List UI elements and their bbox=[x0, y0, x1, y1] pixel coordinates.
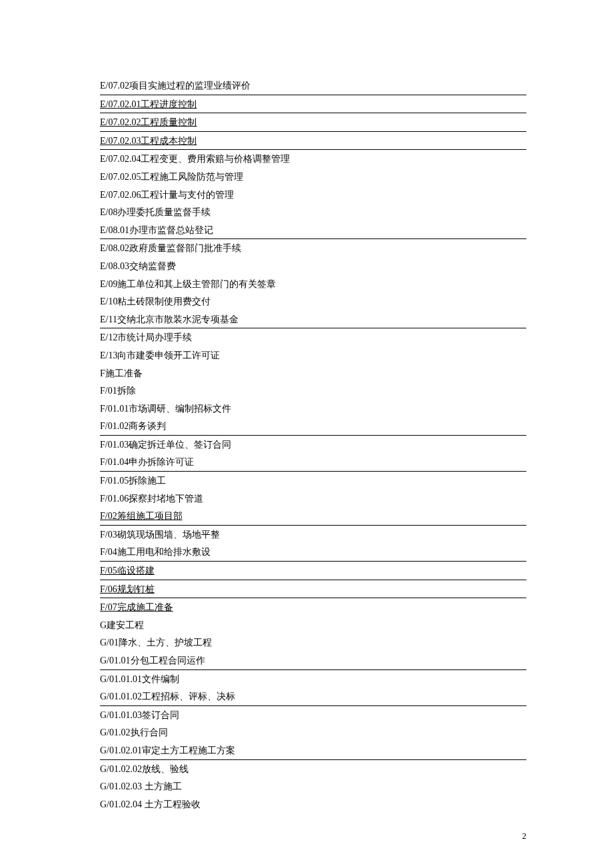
line-text: F/03砌筑现场围墙、场地平整 bbox=[100, 530, 220, 540]
document-line: F/04施工用电和给排水敷设 bbox=[100, 543, 526, 562]
line-text: E/08办理委托质量监督手续 bbox=[100, 207, 211, 217]
document-line: F/01拆除 bbox=[100, 382, 526, 400]
document-line: E/13向市建委申领开工许可证 bbox=[100, 346, 526, 364]
document-line: E/11交纳北京市散装水泥专项基金 bbox=[100, 310, 526, 329]
line-text: F/01拆除 bbox=[100, 386, 136, 396]
document-line: G/01.01.03签订合同 bbox=[100, 706, 526, 724]
line-text: G/01.02执行合同 bbox=[100, 727, 168, 737]
document-line: G/01.02.01审定土方工程施工方案 bbox=[100, 741, 526, 760]
document-line: G建安工程 bbox=[100, 616, 526, 634]
document-line: F/01.06探察封堵地下管道 bbox=[100, 490, 526, 508]
document-line: G/01.02.02放线、验线 bbox=[100, 760, 526, 778]
document-line: F/03砌筑现场围墙、场地平整 bbox=[100, 526, 526, 544]
line-text: E/07.02.02工程质量控制 bbox=[100, 117, 197, 127]
document-line: E/07.02.05工程施工风险防范与管理 bbox=[100, 168, 526, 186]
line-text: G/01.01.02工程招标、评标、决标 bbox=[100, 691, 235, 701]
document-line: E/07.02.02工程质量控制 bbox=[100, 113, 526, 132]
line-text: F/02筹组施工项目部 bbox=[100, 511, 183, 521]
document-line: G/01.01.01文件编制 bbox=[100, 670, 526, 688]
document-line: E/12市统计局办理手续 bbox=[100, 328, 526, 346]
line-text: E/13向市建委申领开工许可证 bbox=[100, 350, 220, 360]
line-text: E/08.02政府质量监督部门批准手续 bbox=[100, 243, 241, 253]
line-text: G/01.02.04 土方工程验收 bbox=[100, 799, 201, 809]
line-text: E/09施工单位和其上级主管部门的有关签章 bbox=[100, 279, 276, 289]
line-text: G建安工程 bbox=[100, 620, 144, 630]
line-text: E/11交纳北京市散装水泥专项基金 bbox=[100, 314, 239, 324]
line-text: F/07完成施工准备 bbox=[100, 602, 173, 612]
line-text: F/01.02商务谈判 bbox=[100, 421, 166, 431]
document-line: E/07.02.04工程变更、费用索赔与价格调整管理 bbox=[100, 150, 526, 168]
document-line: F/01.01市场调研、编制招标文件 bbox=[100, 400, 526, 418]
line-text: G/01.01.01文件编制 bbox=[100, 674, 179, 684]
line-text: F施工准备 bbox=[100, 368, 143, 378]
line-text: F/05临设搭建 bbox=[100, 566, 155, 576]
document-line: E/08办理委托质量监督手续 bbox=[100, 203, 526, 221]
document-line: F/07完成施工准备 bbox=[100, 598, 526, 616]
document-line: G/01.01.02工程招标、评标、决标 bbox=[100, 687, 526, 706]
document-line: F/02筹组施工项目部 bbox=[100, 507, 526, 526]
line-text: G/01.01分包工程合同运作 bbox=[100, 655, 205, 665]
line-text: F/04施工用电和给排水敷设 bbox=[100, 547, 211, 557]
line-text: E/07.02.04工程变更、费用索赔与价格调整管理 bbox=[100, 154, 290, 164]
line-text: E/07.02项目实施过程的监理业绩评价 bbox=[100, 81, 251, 91]
document-line: F/01.04申办拆除许可证 bbox=[100, 453, 526, 472]
line-text: G/01.02.03 土方施工 bbox=[100, 781, 182, 791]
line-text: E/10粘土砖限制使用费交付 bbox=[100, 296, 211, 306]
page-number: 2 bbox=[522, 831, 527, 841]
line-text: E/07.02.03工程成本控制 bbox=[100, 136, 197, 146]
line-text: E/08.01办理市监督总站登记 bbox=[100, 225, 213, 235]
line-text: F/01.04申办拆除许可证 bbox=[100, 457, 194, 467]
document-line: E/08.01办理市监督总站登记 bbox=[100, 221, 526, 240]
line-text: F/01.03确定拆迁单位、签订合同 bbox=[100, 440, 231, 450]
line-text: E/07.02.01工程进度控制 bbox=[100, 99, 197, 109]
line-text: F/01.06探察封堵地下管道 bbox=[100, 494, 203, 504]
document-line: E/08.03交纳监督费 bbox=[100, 257, 526, 275]
document-line: E/09施工单位和其上级主管部门的有关签章 bbox=[100, 275, 526, 293]
line-text: E/08.03交纳监督费 bbox=[100, 261, 176, 271]
document-content: E/07.02项目实施过程的监理业绩评价E/07.02.01工程进度控制E/07… bbox=[0, 0, 613, 813]
document-line: F/01.03确定拆迁单位、签订合同 bbox=[100, 436, 526, 454]
document-line: F/01.02商务谈判 bbox=[100, 417, 526, 436]
line-text: E/07.02.06工程计量与支付的管理 bbox=[100, 190, 234, 200]
document-line: E/07.02.06工程计量与支付的管理 bbox=[100, 186, 526, 204]
document-line: F施工准备 bbox=[100, 364, 526, 382]
document-line: E/07.02.01工程进度控制 bbox=[100, 95, 526, 114]
document-line: F/06规划钉桩 bbox=[100, 580, 526, 599]
line-text: E/12市统计局办理手续 bbox=[100, 332, 192, 342]
document-line: E/07.02.03工程成本控制 bbox=[100, 132, 526, 151]
line-text: G/01.01.03签订合同 bbox=[100, 710, 179, 720]
line-text: E/07.02.05工程施工风险防范与管理 bbox=[100, 172, 243, 182]
line-text: G/01.02.02放线、验线 bbox=[100, 764, 189, 774]
document-line: G/01.01分包工程合同运作 bbox=[100, 651, 526, 670]
document-line: G/01.02.03 土方施工 bbox=[100, 777, 526, 795]
document-line: E/07.02项目实施过程的监理业绩评价 bbox=[100, 77, 526, 95]
document-line: F/01.05拆除施工 bbox=[100, 472, 526, 490]
line-text: F/01.01市场调研、编制招标文件 bbox=[100, 404, 231, 414]
document-line: E/08.02政府质量监督部门批准手续 bbox=[100, 239, 526, 257]
line-text: G/01降水、土方、护坡工程 bbox=[100, 638, 212, 648]
document-line: G/01.02执行合同 bbox=[100, 723, 526, 741]
document-line: F/05临设搭建 bbox=[100, 562, 526, 580]
line-text: F/06规划钉桩 bbox=[100, 584, 155, 594]
line-text: G/01.02.01审定土方工程施工方案 bbox=[100, 745, 235, 755]
line-text: F/01.05拆除施工 bbox=[100, 476, 166, 486]
document-line: E/10粘土砖限制使用费交付 bbox=[100, 292, 526, 310]
document-line: G/01.02.04 土方工程验收 bbox=[100, 795, 526, 813]
document-line: G/01降水、土方、护坡工程 bbox=[100, 634, 526, 651]
